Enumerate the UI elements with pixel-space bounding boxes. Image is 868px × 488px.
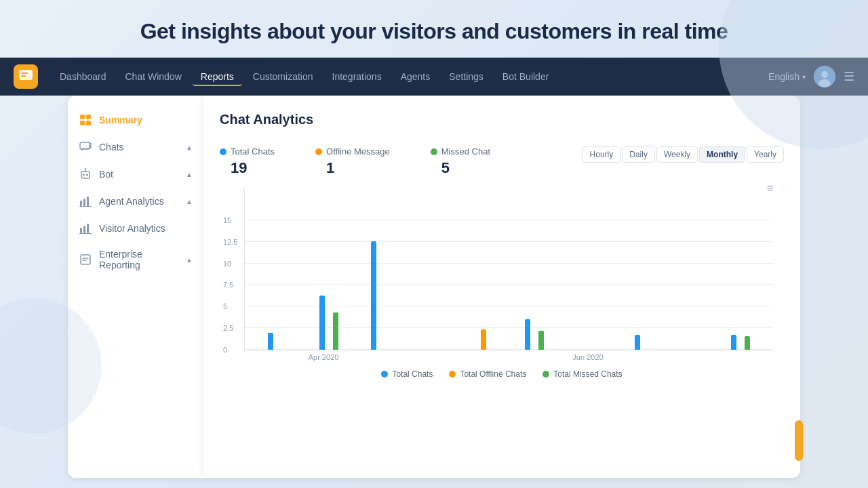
sidebar-item-chats[interactable]: Chats ▲: [68, 134, 203, 161]
nav-agents[interactable]: Agents: [393, 67, 439, 86]
svg-rect-22: [87, 224, 89, 233]
stat-dot-blue: [220, 148, 226, 155]
stat-value-chats: 19: [220, 159, 275, 177]
svg-rect-19: [79, 206, 92, 207]
x-labels: Apr 2020 Jun 2020: [244, 353, 773, 361]
svg-rect-7: [80, 115, 85, 119]
stat-label-missed: Missed Chat: [431, 146, 490, 157]
filter-yearly[interactable]: Yearly: [747, 146, 784, 163]
legend-dot-blue: [381, 371, 388, 378]
chart-area: ≡ 15 12.5 10 7.5 5 2.5 0: [244, 188, 773, 350]
bars: [245, 188, 773, 350]
sidebar-label-enterprise-reporting: Enterprise Reporting: [99, 249, 179, 270]
stat-label-text-missed: Missed Chat: [441, 146, 490, 157]
svg-rect-23: [79, 233, 92, 234]
sidebar-item-visitor-analytics[interactable]: Visitor Analytics: [68, 215, 203, 242]
legend-label-offline: Total Offline Chats: [460, 369, 526, 379]
bar-blue-2: [319, 296, 325, 350]
nav-customization[interactable]: Customization: [245, 67, 321, 86]
nav-bot-builder[interactable]: Bot Builder: [494, 67, 557, 86]
visitor-analytics-icon: [79, 222, 92, 235]
x-label-jun: Jun 2020: [509, 353, 667, 361]
bar-group-1: [252, 333, 303, 350]
svg-rect-1: [21, 73, 28, 74]
svg-point-15: [85, 168, 86, 169]
sidebar-label-summary: Summary: [99, 115, 193, 125]
bar-green-6: [538, 331, 544, 350]
stats-row: Total Chats 19 Offline Message 1 Missed …: [220, 146, 784, 177]
bar-group-5: [458, 329, 509, 350]
legend-missed-chats: Total Missed Chats: [542, 369, 622, 379]
filter-hourly[interactable]: Hourly: [583, 146, 621, 163]
bar-orange-5: [481, 329, 486, 350]
legend-total-chats: Total Chats: [381, 369, 433, 379]
bar-green-2: [333, 312, 338, 350]
stat-label-text-offline: Offline Message: [326, 146, 390, 157]
bar-green-10: [745, 336, 750, 350]
legend-label-missed: Total Missed Chats: [553, 369, 622, 379]
chevron-up-icon-agent: ▲: [186, 198, 193, 205]
nav-integrations[interactable]: Integrations: [324, 67, 390, 86]
main-container: Summary Chats ▲: [68, 96, 800, 478]
filter-monthly[interactable]: Monthly: [699, 146, 745, 163]
summary-icon: [79, 113, 92, 127]
nav-chat-window[interactable]: Chat Window: [117, 67, 190, 86]
bot-icon: [79, 167, 92, 181]
stat-label-text-chats: Total Chats: [231, 146, 275, 157]
sidebar: Summary Chats ▲: [68, 96, 203, 478]
bar-group-2: [303, 296, 355, 350]
chart-legend: Total Chats Total Offline Chats Total Mi…: [220, 369, 784, 379]
svg-point-14: [86, 174, 88, 176]
nav-reports[interactable]: Reports: [193, 67, 242, 86]
orange-accent: [795, 420, 803, 461]
x-label-empty4: [720, 353, 773, 361]
sidebar-label-agent-analytics: Agent Analytics: [99, 196, 179, 207]
sidebar-item-summary[interactable]: Summary: [68, 106, 203, 134]
stat-total-chats: Total Chats 19: [220, 146, 275, 177]
stat-missed-chat: Missed Chat 5: [431, 146, 490, 177]
stat-dot-green: [431, 148, 437, 155]
chart-container: ≡ 15 12.5 10 7.5 5 2.5 0: [220, 188, 784, 378]
stat-value-missed: 5: [431, 159, 490, 177]
svg-rect-20: [80, 228, 82, 233]
sidebar-label-chats: Chats: [99, 142, 179, 152]
svg-rect-18: [87, 197, 89, 206]
nav-settings[interactable]: Settings: [441, 67, 492, 86]
sidebar-item-agent-analytics[interactable]: Agent Analytics ▲: [68, 188, 203, 215]
sidebar-label-bot: Bot: [99, 169, 179, 180]
enterprise-reporting-icon: [79, 253, 92, 266]
bar-group-6: [509, 319, 561, 350]
stat-label-total-chats: Total Chats: [220, 146, 275, 157]
logo[interactable]: [14, 64, 38, 89]
nav-dashboard[interactable]: Dashboard: [52, 67, 115, 86]
stat-dot-orange: [315, 148, 322, 155]
svg-marker-3: [22, 80, 31, 83]
stat-value-offline: 1: [315, 159, 390, 177]
svg-rect-2: [21, 75, 26, 77]
svg-rect-21: [83, 226, 85, 233]
filter-weekly[interactable]: Weekly: [656, 146, 698, 163]
content-title: Chat Analytics: [220, 112, 313, 127]
bar-group-10: [715, 335, 766, 350]
legend-dot-green: [542, 371, 549, 378]
chevron-up-icon-bot: ▲: [186, 171, 193, 178]
logo-icon: [14, 64, 38, 89]
x-label-empty3: [667, 353, 720, 361]
svg-point-13: [83, 174, 85, 176]
sidebar-item-enterprise-reporting[interactable]: Enterprise Reporting ▲: [68, 242, 203, 277]
stat-offline-message: Offline Message 1: [315, 146, 390, 177]
sidebar-item-bot[interactable]: Bot ▲: [68, 161, 203, 188]
chevron-up-icon: ▲: [186, 144, 193, 151]
content-area: Chat Analytics Total Chats 19 Offline Me…: [203, 96, 800, 478]
filter-daily[interactable]: Daily: [622, 146, 655, 163]
legend-offline-chats: Total Offline Chats: [449, 369, 526, 379]
agent-analytics-icon: [79, 195, 92, 208]
bar-blue-10: [731, 335, 736, 350]
chevron-up-icon-enterprise: ▲: [186, 256, 193, 264]
sidebar-label-visitor-analytics: Visitor Analytics: [99, 223, 193, 234]
svg-rect-17: [83, 199, 85, 206]
stat-label-offline: Offline Message: [315, 146, 390, 157]
legend-dot-orange: [449, 371, 456, 378]
bar-blue-3: [371, 241, 376, 350]
chats-icon: [79, 140, 92, 154]
